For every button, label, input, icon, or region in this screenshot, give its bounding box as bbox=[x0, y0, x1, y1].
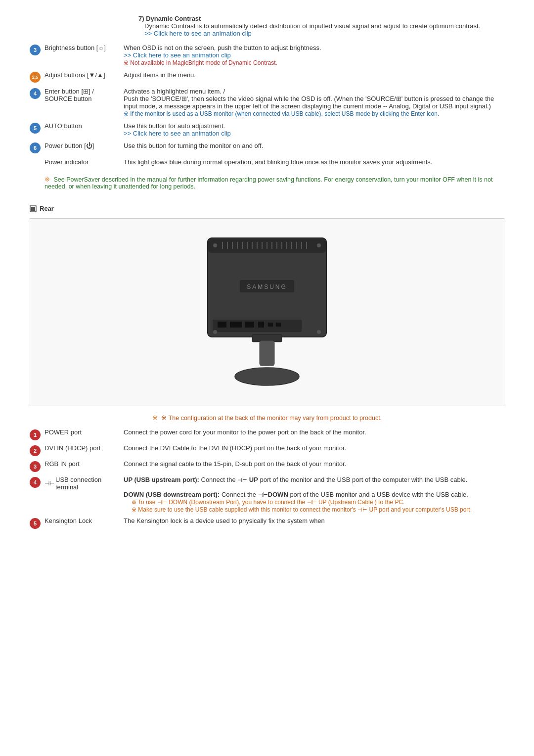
usb-notes: ※ To use ⊣⊢ DOWN (Downstream Port), you … bbox=[132, 498, 504, 513]
adjust-desc: Adjust items in the menu. bbox=[124, 71, 504, 79]
dynamic-contrast-section: 7) Dynamic Contrast Dynamic Contrast is … bbox=[138, 15, 504, 37]
power-indicator-row: Power indicator This light glows blue du… bbox=[30, 158, 504, 166]
power-port-desc: Connect the power cord for your monitor … bbox=[124, 428, 504, 436]
svg-point-34 bbox=[213, 243, 217, 247]
svg-rect-1 bbox=[31, 207, 35, 211]
badge-adjust: 2,5 bbox=[30, 72, 41, 83]
rear-section: Rear bbox=[30, 205, 504, 529]
svg-rect-32 bbox=[268, 323, 273, 327]
auto-animation-link[interactable]: >> Click here to see an animation clip bbox=[124, 130, 231, 137]
enter-label: Enter button [⊞] /SOURCE button bbox=[44, 88, 124, 102]
svg-rect-31 bbox=[258, 322, 264, 328]
rgb-port-row: 3 RGB IN port Connect the signal cable t… bbox=[30, 460, 504, 472]
svg-rect-33 bbox=[276, 323, 281, 327]
svg-point-36 bbox=[213, 330, 217, 334]
badge-port-2: 2 bbox=[30, 445, 41, 456]
power-port-label: POWER port bbox=[44, 428, 124, 436]
power-port-row: 1 POWER port Connect the power cord for … bbox=[30, 428, 504, 440]
power-button-desc: Use this button for turning the monitor … bbox=[124, 142, 504, 149]
svg-rect-30 bbox=[245, 322, 254, 328]
dynamic-contrast-link[interactable]: >> Click here to see an animation clip bbox=[144, 30, 252, 37]
svg-rect-28 bbox=[218, 322, 226, 328]
brightness-row: 3 Brightness button [☼] When OSD is not … bbox=[30, 44, 504, 66]
power-indicator-desc: This light glows blue during normal oper… bbox=[124, 158, 504, 166]
usb-terminal-desc: UP (USB upstream port): Connect the ⊣⊢ U… bbox=[124, 476, 504, 513]
dvi-port-row: 2 DVI IN (HDCP) port Connect the DVI Cab… bbox=[30, 444, 504, 456]
power-button-row: 6 Power button [⏻] Use this button for t… bbox=[30, 142, 504, 153]
badge-port-5: 5 bbox=[30, 518, 41, 529]
badge-auto: 5 bbox=[30, 123, 41, 134]
usb-terminal-row: 4 ⊣⊢ USB connection terminal UP (USB ups… bbox=[30, 476, 504, 513]
ports-section: 1 POWER port Connect the power cord for … bbox=[30, 428, 504, 529]
rear-title: Rear bbox=[30, 205, 504, 212]
dynamic-contrast-title: 7) Dynamic Contrast bbox=[138, 15, 504, 22]
svg-point-35 bbox=[317, 243, 321, 247]
power-indicator-label: Power indicator bbox=[44, 158, 124, 166]
power-button-label: Power button [⏻] bbox=[44, 142, 124, 149]
svg-point-37 bbox=[317, 330, 321, 334]
svg-point-26 bbox=[235, 368, 299, 385]
rgb-port-desc: Connect the signal cable to the 15-pin, … bbox=[124, 460, 504, 468]
power-saver-note: ※ See PowerSaver described in the manual… bbox=[44, 176, 504, 190]
asterisk-icon: ※ bbox=[44, 176, 50, 183]
auto-button-row: 5 AUTO button Use this button for auto a… bbox=[30, 122, 504, 137]
rear-icon bbox=[30, 205, 37, 212]
svg-rect-25 bbox=[260, 341, 274, 366]
badge-port-1: 1 bbox=[30, 429, 41, 440]
rgb-port-label: RGB IN port bbox=[44, 460, 124, 468]
brightness-animation-link[interactable]: >> Click here to see an animation clip bbox=[124, 51, 231, 59]
usb-terminal-label: ⊣⊢ USB connection terminal bbox=[44, 476, 124, 491]
brightness-desc: When OSD is not on the screen, push the … bbox=[124, 44, 504, 66]
dvi-port-desc: Connect the DVI Cable to the DVI IN (HDC… bbox=[124, 444, 504, 452]
auto-desc: Use this button for auto adjustment. >> … bbox=[124, 122, 504, 137]
brightness-note: ※ Not available in MagicBright mode of D… bbox=[124, 59, 277, 66]
enter-button-row: 4 Enter button [⊞] /SOURCE button Activa… bbox=[30, 88, 504, 117]
kensington-row: 5 Kensington Lock The Kensington lock is… bbox=[30, 517, 504, 529]
kensington-label: Kensington Lock bbox=[44, 517, 124, 524]
badge-brightness: 3 bbox=[30, 45, 41, 55]
adjust-buttons-row: 2,5 Adjust buttons [▼/▲] Adjust items in… bbox=[30, 71, 504, 83]
monitor-image-box: SAMSUNG bbox=[30, 218, 504, 406]
controls-section: 3 Brightness button [☼] When OSD is not … bbox=[30, 44, 504, 166]
enter-note: ※ If the monitor is used as a USB monito… bbox=[124, 110, 439, 117]
badge-power: 6 bbox=[30, 142, 41, 153]
svg-rect-29 bbox=[230, 322, 242, 328]
adjust-label: Adjust buttons [▼/▲] bbox=[44, 71, 124, 79]
brightness-label: Brightness button [☼] bbox=[44, 44, 124, 51]
dvi-port-label: DVI IN (HDCP) port bbox=[44, 444, 124, 452]
badge-enter: 4 bbox=[30, 88, 41, 99]
kensington-desc: The Kensington lock is a device used to … bbox=[124, 517, 504, 524]
auto-label: AUTO button bbox=[44, 122, 124, 130]
badge-port-3: 3 bbox=[30, 461, 41, 472]
dynamic-contrast-desc: Dynamic Contrast is to automatically det… bbox=[144, 22, 504, 30]
monitor-back-svg: SAMSUNG bbox=[193, 233, 341, 391]
config-note: ※ ※ The configuration at the back of the… bbox=[30, 414, 504, 422]
badge-port-4: 4 bbox=[30, 477, 41, 488]
svg-text:SAMSUNG: SAMSUNG bbox=[247, 284, 287, 290]
usb-icon-1: ⊣⊢ bbox=[44, 480, 54, 487]
power-saver-link[interactable]: PowerSaver bbox=[66, 176, 100, 183]
enter-desc: Activates a highlighted menu item. / Pus… bbox=[124, 88, 504, 117]
